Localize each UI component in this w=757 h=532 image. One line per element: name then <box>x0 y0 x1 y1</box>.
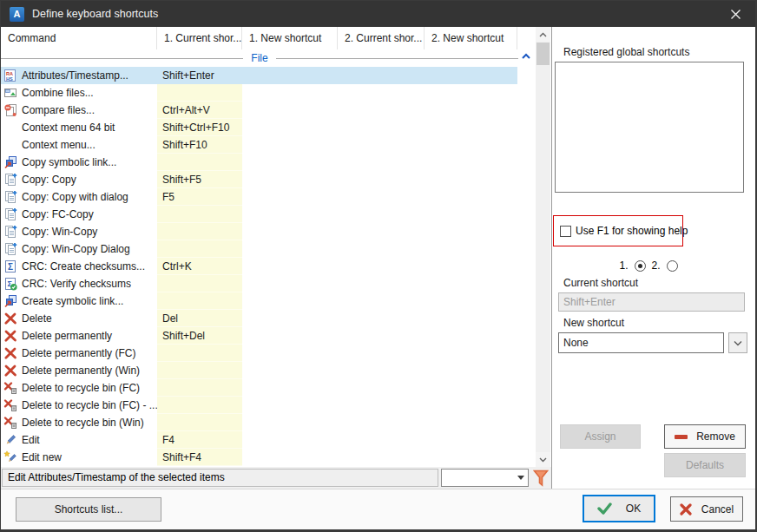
shortcut-cell <box>242 240 338 258</box>
table-row[interactable]: Compare files...Ctrl+Alt+V <box>1 102 519 119</box>
table-row[interactable]: Copy: FC-Copy <box>1 206 519 223</box>
table-row[interactable]: ΣCRC: Verify checksums <box>1 275 519 292</box>
table-row[interactable]: Edit newShift+F4 <box>1 449 519 466</box>
filter-button[interactable] <box>531 468 550 488</box>
crc-verify-icon: Σ <box>3 277 17 291</box>
command-cell: Edit new <box>1 449 157 466</box>
table-row[interactable]: Delete to recycle bin (FC) - ... <box>1 397 519 414</box>
scrollbar-down-button[interactable] <box>536 452 550 467</box>
shortcut-cell <box>242 327 338 345</box>
shortcut-cell <box>338 84 425 102</box>
shortcut-cell <box>425 154 517 171</box>
column-header-1-new-shortcut[interactable]: 1. New shortcut <box>242 27 338 49</box>
shortcut-cell <box>338 345 425 362</box>
command-label: Compare files... <box>22 102 95 119</box>
table-row[interactable]: Create symbolic link... <box>1 292 519 310</box>
compare-icon <box>3 103 17 117</box>
check-icon <box>597 502 612 515</box>
radio-one[interactable] <box>635 260 646 272</box>
command-cell: Compare files... <box>1 102 157 119</box>
new-shortcut-dropdown-button[interactable] <box>728 332 747 353</box>
remove-button[interactable]: Remove <box>664 424 746 449</box>
table-row[interactable]: ΣCRC: Create checksums...Ctrl+K <box>1 258 519 275</box>
table-row[interactable]: EditF4 <box>1 431 519 449</box>
cancel-label: Cancel <box>701 503 734 516</box>
shortcut-cell <box>425 258 517 275</box>
copy-icon <box>3 242 17 256</box>
titlebar[interactable]: A Define keyboard shortcuts <box>1 1 755 27</box>
shortcut-cell <box>338 171 425 188</box>
command-label: CRC: Verify checksums <box>22 275 131 292</box>
table-row[interactable]: Copy: Win-Copy Dialog <box>1 240 519 258</box>
group-header-file[interactable]: File <box>1 49 518 67</box>
shortcut1-cell <box>157 206 242 223</box>
use-f1-checkbox[interactable] <box>560 226 571 237</box>
table-row[interactable]: DeleteDel <box>1 310 519 327</box>
column-header-1-current-shor[interactable]: 1. Current shor... <box>157 27 242 49</box>
scrollbar-thumb[interactable] <box>536 43 550 65</box>
shortcut-cell <box>425 292 517 310</box>
command-label: Delete permanently (FC) <box>22 345 135 362</box>
table-row[interactable]: Copy: Copy with dialogF5 <box>1 188 519 206</box>
shortcut1-cell <box>157 362 242 379</box>
close-button[interactable] <box>715 1 755 27</box>
command-label: Combine files... <box>22 84 94 102</box>
shortcut-cell <box>425 275 517 292</box>
shortcut-cell <box>242 449 338 466</box>
table-row[interactable]: Context menu 64 bitShift+Ctrl+F10 <box>1 119 519 136</box>
symlink-icon <box>3 294 17 308</box>
table-row[interactable]: Context menu...Shift+F10 <box>1 136 519 154</box>
table-row[interactable]: Copy: CopyShift+F5 <box>1 171 519 188</box>
current-shortcut-label: Current shortcut <box>563 277 638 289</box>
shortcut-cell <box>425 431 517 449</box>
cancel-button[interactable]: Cancel <box>670 496 743 522</box>
ok-button[interactable]: OK <box>583 495 655 522</box>
filter-combobox[interactable] <box>441 469 529 487</box>
shortcut-cell <box>242 275 338 292</box>
command-cell: Delete to recycle bin (Win) <box>1 414 157 431</box>
delete-icon <box>3 364 17 378</box>
status-bar: Edit Attributes/Timestamp of the selecte… <box>1 467 551 489</box>
x-icon <box>680 503 692 516</box>
assign-button[interactable]: Assign <box>560 424 641 449</box>
new-shortcut-field[interactable] <box>558 332 724 353</box>
command-label: Edit <box>22 431 40 449</box>
shortcut1-cell <box>157 223 242 240</box>
table-row[interactable]: Delete permanently (Win) <box>1 362 519 379</box>
scrollbar-up-button[interactable] <box>536 27 550 42</box>
column-header-command[interactable]: Command <box>1 27 157 49</box>
shortcut-cell <box>425 171 517 188</box>
group-label: File <box>243 52 275 64</box>
command-label: Delete to recycle bin (Win) <box>22 414 144 431</box>
collapse-group-icon[interactable] <box>521 52 531 61</box>
column-header-2-current-shor[interactable]: 2. Current shor... <box>338 27 425 49</box>
table-row[interactable]: RAHSAttributes/Timestamp...Shift+Enter <box>1 67 519 84</box>
table-row[interactable]: Delete permanently (FC) <box>1 345 519 362</box>
shortcut-cell <box>425 102 517 119</box>
vertical-scrollbar[interactable] <box>536 27 550 467</box>
shortcut-cell <box>338 292 425 310</box>
shortcuts-list-button[interactable]: Shortcuts list... <box>16 497 161 522</box>
table-row[interactable]: Delete permanentlyShift+Del <box>1 327 519 345</box>
table-row[interactable]: Copy symbolic link... <box>1 154 519 171</box>
table-row[interactable]: Combine files... <box>1 84 519 102</box>
command-label: Copy: FC-Copy <box>22 206 94 223</box>
shortcut-cell <box>242 119 338 136</box>
command-cell: Create symbolic link... <box>1 292 157 310</box>
command-label: Delete to recycle bin (FC) - ... <box>22 397 157 414</box>
svg-text:Σ: Σ <box>8 262 13 272</box>
radio-one-label: 1. <box>619 259 628 272</box>
command-list: RAHSAttributes/Timestamp...Shift+EnterCo… <box>1 67 519 466</box>
shortcut-cell <box>338 258 425 275</box>
table-row[interactable]: Copy: Win-Copy <box>1 223 519 240</box>
column-header-2-new-shortcut[interactable]: 2. New shortcut <box>425 27 517 49</box>
shortcut-cell <box>242 206 338 223</box>
shortcut-cell <box>338 275 425 292</box>
defaults-button[interactable]: Defaults <box>664 453 746 477</box>
table-row[interactable]: Delete to recycle bin (Win) <box>1 414 519 431</box>
shortcut1-cell <box>157 379 242 397</box>
shortcut-cell <box>242 379 338 397</box>
table-row[interactable]: Delete to recycle bin (FC) <box>1 379 519 397</box>
radio-two[interactable] <box>667 260 678 272</box>
registered-global-shortcuts-list[interactable] <box>555 62 744 193</box>
